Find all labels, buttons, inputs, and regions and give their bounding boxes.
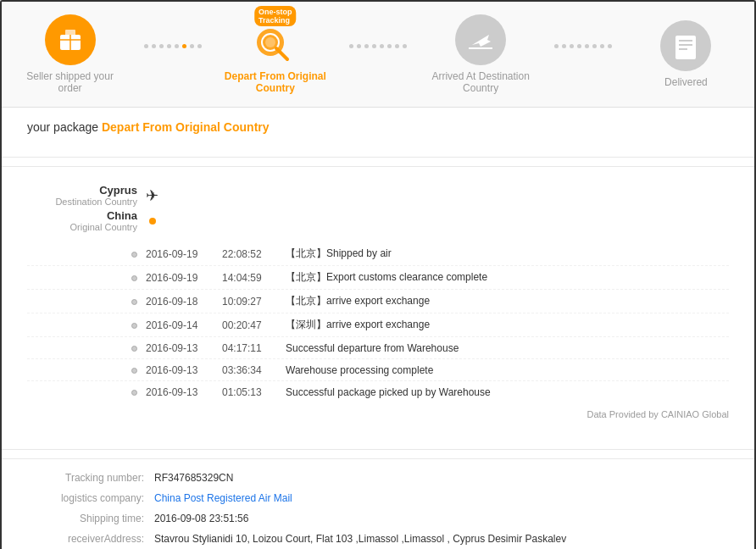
dot: [600, 44, 604, 48]
svg-rect-8: [675, 36, 696, 59]
time-1: 14:04:59: [222, 272, 286, 284]
destination-sublabel: Destination Country: [27, 197, 137, 207]
bullet-icon: [131, 390, 137, 396]
package-prefix: your package: [27, 120, 98, 134]
desc-4: Successful departure from Warehouse: [286, 342, 729, 354]
tracking-number-value: RF347685329CN: [154, 472, 233, 484]
step-label-depart: Depart From Original Country: [224, 70, 326, 94]
date-2: 2016-09-18: [146, 296, 222, 308]
step-label-seller-shipped: Seller shipped your order: [19, 70, 121, 94]
date-1: 2016-09-19: [146, 272, 222, 284]
dot: [372, 44, 376, 48]
package-status-title: your package Depart From Original Countr…: [27, 120, 729, 134]
package-status-section: your package Depart From Original Countr…: [2, 108, 754, 158]
one-stop-badge: One-stopTracking: [254, 6, 297, 26]
bullet-icon: [131, 323, 137, 329]
time-4: 04:17:11: [222, 342, 286, 354]
receiver-address-value: Stavrou Stylianidi 10, Loizou Court, Fla…: [154, 533, 566, 545]
tracking-row-5: 2016-09-13 03:36:34 Warehouse processing…: [27, 359, 729, 381]
dot: [175, 44, 179, 48]
dot: [387, 44, 392, 48]
origin-sublabel: Original Country: [27, 222, 137, 232]
origin-country-row: China Original Country: [27, 209, 729, 232]
destination-country-row: Cyprus Destination Country ✈: [27, 184, 729, 207]
tracking-row-3: 2016-09-14 00:20:47 【深圳】arrive export ex…: [27, 313, 729, 337]
date-5: 2016-09-13: [146, 364, 222, 376]
bullet-col-3: [27, 319, 146, 331]
shipping-time-label: Shipping time:: [27, 513, 154, 524]
dot: [190, 44, 194, 48]
bullet-col-2: [27, 295, 146, 308]
date-3: 2016-09-14: [146, 319, 222, 331]
time-5: 03:36:34: [222, 364, 286, 376]
dots-line-3: [554, 44, 612, 48]
dot: [144, 44, 148, 48]
svg-line-6: [276, 48, 287, 59]
main-container: Seller shipped your order One-stopTracki…: [0, 0, 756, 549]
dot: [403, 44, 407, 48]
bullet-col-4: [27, 341, 146, 354]
step-label-delivered: Delivered: [664, 76, 708, 88]
dot: [585, 44, 589, 48]
dots-line-1: [144, 44, 202, 48]
dot: [197, 44, 202, 48]
desc-5: Warehouse processing complete: [286, 364, 729, 376]
dots-2-3: [326, 44, 429, 48]
tracking-row-4: 2016-09-13 04:17:11 Successful departure…: [27, 337, 729, 359]
step-icon-arrived: [455, 14, 506, 65]
destination-country-name: Cyprus: [27, 184, 137, 197]
tracking-section: Cyprus Destination Country ✈ China Origi…: [2, 175, 754, 441]
logistics-label: logistics company:: [27, 492, 154, 504]
origin-info: China Original Country: [27, 209, 146, 232]
dot: [159, 44, 164, 48]
bullet-icon: [131, 275, 137, 281]
box-icon: [57, 26, 84, 53]
shipment-info-section: Tracking number: RF347685329CN logistics…: [2, 458, 754, 549]
origin-country-name: China: [27, 209, 137, 222]
plane-arrived-icon: [467, 26, 494, 53]
time-6: 01:05:13: [222, 386, 286, 398]
dots-1-2: [121, 44, 224, 48]
bullet-col-0: [27, 247, 146, 260]
origin-dot: [149, 218, 156, 225]
date-6: 2016-09-13: [146, 386, 222, 398]
step-icon-seller-shipped: [45, 14, 96, 65]
bullet-col-6: [27, 385, 146, 398]
desc-2: 【北京】arrive export exchange: [286, 294, 729, 308]
time-0: 22:08:52: [222, 248, 286, 260]
time-2: 10:09:27: [222, 296, 286, 308]
dots-line-2: [349, 44, 407, 48]
logistics-row: logistics company: China Post Registered…: [27, 492, 729, 504]
dot: [562, 44, 566, 48]
dot: [395, 44, 399, 48]
destination-info: Cyprus Destination Country: [27, 184, 146, 207]
receiver-address-row: receiverAddress: Stavrou Stylianidi 10, …: [27, 533, 729, 545]
package-status: Depart From Original Country: [102, 120, 270, 134]
desc-0: 【北京】Shipped by air: [286, 247, 729, 261]
data-provider-text: Data Provided by CAINIAO Global: [27, 402, 729, 432]
dots-3-4: [532, 44, 635, 48]
desc-1: 【北京】Export customs clearance complete: [286, 270, 729, 285]
receiver-address-label: receiverAddress:: [27, 533, 154, 545]
dot: [592, 44, 597, 48]
dot: [364, 44, 369, 48]
section-divider: [2, 166, 754, 167]
dot: [380, 44, 384, 48]
tracking-number-row: Tracking number: RF347685329CN: [27, 472, 729, 484]
tracking-events-list: 2016-09-19 22:08:52 【北京】Shipped by air 2…: [27, 242, 729, 402]
plane-icon: ✈: [146, 186, 158, 205]
desc-6: Successful package picked up by Warehous…: [286, 386, 729, 398]
dot: [570, 44, 574, 48]
tracking-row-0: 2016-09-19 22:08:52 【北京】Shipped by air: [27, 242, 729, 266]
svg-point-7: [265, 37, 275, 47]
step-depart-country: One-stopTracking Depart From Original Co…: [224, 14, 326, 94]
dot: [349, 44, 353, 48]
bullet-col-1: [27, 271, 146, 284]
dot: [554, 44, 559, 48]
delivered-icon: [672, 32, 699, 59]
tracking-row-1: 2016-09-19 14:04:59 【北京】Export customs c…: [27, 266, 729, 290]
shipping-time-value: 2016-09-08 23:51:56: [154, 513, 248, 524]
logistics-company-link[interactable]: China Post Registered Air Mail: [154, 492, 292, 504]
bullet-icon: [131, 368, 137, 374]
info-divider: [2, 449, 754, 450]
